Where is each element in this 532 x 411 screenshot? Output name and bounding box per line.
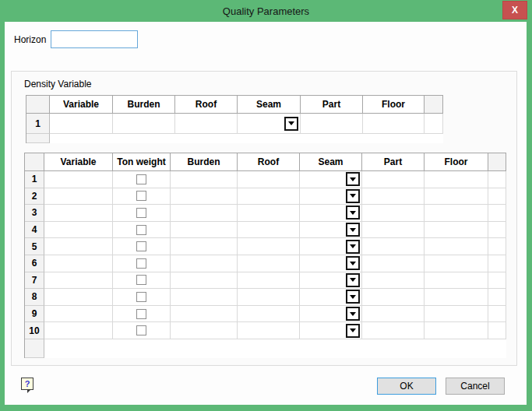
ton-weight-cell[interactable] xyxy=(113,289,171,306)
variable-cell[interactable] xyxy=(44,322,113,339)
burden-cell[interactable] xyxy=(171,306,238,323)
floor-cell[interactable] xyxy=(425,306,488,323)
roof-cell[interactable] xyxy=(175,114,238,134)
cancel-button[interactable]: Cancel xyxy=(446,378,505,395)
part-cell[interactable] xyxy=(362,188,425,206)
seam-dropdown-button[interactable] xyxy=(346,172,360,186)
part-cell[interactable] xyxy=(362,272,425,290)
seam-dropdown-button[interactable] xyxy=(346,324,360,338)
seam-dropdown-button[interactable] xyxy=(346,240,360,254)
ton-weight-checkbox[interactable] xyxy=(136,174,146,184)
ton-weight-checkbox[interactable] xyxy=(136,191,146,201)
part-cell[interactable] xyxy=(362,171,425,188)
part-cell[interactable] xyxy=(362,222,425,239)
variable-cell[interactable] xyxy=(44,272,113,290)
ton-weight-checkbox[interactable] xyxy=(136,208,146,218)
ton-weight-checkbox[interactable] xyxy=(136,225,146,235)
seam-cell[interactable] xyxy=(300,238,362,255)
roof-cell[interactable] xyxy=(238,188,300,206)
titlebar[interactable]: Quality Parameters X xyxy=(0,0,532,22)
ton-weight-checkbox[interactable] xyxy=(136,292,146,302)
seam-cell[interactable] xyxy=(300,205,362,222)
part-cell[interactable] xyxy=(362,205,425,222)
close-button[interactable]: X xyxy=(502,1,527,19)
variable-cell[interactable] xyxy=(44,171,113,188)
part-cell[interactable] xyxy=(362,306,425,323)
roof-cell[interactable] xyxy=(238,306,300,323)
seam-cell[interactable] xyxy=(300,289,362,306)
seam-cell[interactable] xyxy=(238,114,301,134)
ok-button[interactable]: OK xyxy=(377,378,436,395)
seam-cell[interactable] xyxy=(300,171,362,188)
variable-cell[interactable] xyxy=(44,238,113,255)
burden-cell[interactable] xyxy=(171,238,238,255)
ton-weight-checkbox[interactable] xyxy=(136,309,146,319)
floor-cell[interactable] xyxy=(425,289,488,306)
roof-cell[interactable] xyxy=(238,205,300,222)
ton-weight-checkbox[interactable] xyxy=(136,241,146,251)
floor-cell[interactable] xyxy=(425,272,488,290)
variable-cell[interactable] xyxy=(44,289,113,306)
ton-weight-cell[interactable] xyxy=(113,205,171,222)
floor-cell[interactable] xyxy=(425,205,488,222)
part-cell[interactable] xyxy=(301,114,363,134)
ton-weight-cell[interactable] xyxy=(113,222,171,239)
floor-cell[interactable] xyxy=(425,222,488,239)
seam-dropdown-button[interactable] xyxy=(346,290,360,304)
seam-cell[interactable] xyxy=(300,222,362,239)
ton-weight-cell[interactable] xyxy=(113,238,171,255)
variable-cell[interactable] xyxy=(50,114,113,134)
burden-cell[interactable] xyxy=(171,289,238,306)
variable-cell[interactable] xyxy=(44,188,113,206)
seam-cell[interactable] xyxy=(300,306,362,323)
help-button[interactable]: ? xyxy=(21,378,33,390)
floor-cell[interactable] xyxy=(425,238,488,255)
seam-dropdown-button[interactable] xyxy=(346,206,360,220)
burden-cell[interactable] xyxy=(171,222,238,239)
roof-cell[interactable] xyxy=(238,322,300,339)
seam-dropdown-button[interactable] xyxy=(346,189,360,203)
burden-cell[interactable] xyxy=(171,322,238,339)
floor-cell[interactable] xyxy=(425,171,488,188)
ton-weight-cell[interactable] xyxy=(113,272,171,290)
part-cell[interactable] xyxy=(362,322,425,339)
ton-weight-cell[interactable] xyxy=(113,322,171,339)
floor-cell[interactable] xyxy=(363,114,425,134)
floor-cell[interactable] xyxy=(425,322,488,339)
seam-dropdown-button[interactable] xyxy=(346,256,360,270)
ton-weight-cell[interactable] xyxy=(113,306,171,323)
variable-cell[interactable] xyxy=(44,255,113,272)
seam-cell[interactable] xyxy=(300,322,362,339)
burden-cell[interactable] xyxy=(171,171,238,188)
seam-cell[interactable] xyxy=(300,188,362,206)
ton-weight-cell[interactable] xyxy=(113,255,171,272)
roof-cell[interactable] xyxy=(238,272,300,290)
part-cell[interactable] xyxy=(362,289,425,306)
roof-cell[interactable] xyxy=(238,238,300,255)
variable-cell[interactable] xyxy=(44,222,113,239)
part-cell[interactable] xyxy=(362,238,425,255)
floor-cell[interactable] xyxy=(425,255,488,272)
burden-cell[interactable] xyxy=(171,255,238,272)
roof-cell[interactable] xyxy=(238,289,300,306)
burden-cell[interactable] xyxy=(171,188,238,206)
roof-cell[interactable] xyxy=(238,222,300,239)
variable-cell[interactable] xyxy=(44,205,113,222)
seam-cell[interactable] xyxy=(300,272,362,290)
floor-cell[interactable] xyxy=(425,188,488,206)
burden-cell[interactable] xyxy=(171,205,238,222)
seam-dropdown-button[interactable] xyxy=(346,307,360,321)
seam-dropdown-button[interactable] xyxy=(284,117,298,131)
horizon-input[interactable] xyxy=(51,30,138,48)
roof-cell[interactable] xyxy=(238,171,300,188)
part-cell[interactable] xyxy=(362,255,425,272)
burden-cell[interactable] xyxy=(171,272,238,290)
seam-dropdown-button[interactable] xyxy=(346,223,360,237)
burden-cell[interactable] xyxy=(113,114,175,134)
seam-cell[interactable] xyxy=(300,255,362,272)
ton-weight-checkbox[interactable] xyxy=(136,275,146,285)
variable-cell[interactable] xyxy=(44,306,113,323)
ton-weight-cell[interactable] xyxy=(113,171,171,188)
seam-dropdown-button[interactable] xyxy=(346,273,360,287)
roof-cell[interactable] xyxy=(238,255,300,272)
